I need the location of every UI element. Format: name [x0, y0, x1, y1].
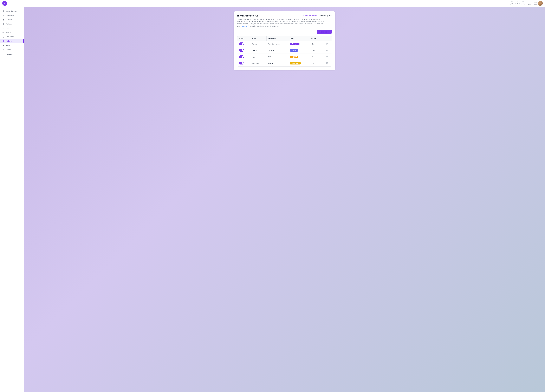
cell-leave-type-3: Holiday — [266, 60, 288, 66]
breadcrumb-sep1: / — [311, 15, 312, 17]
label-badge-0: Managers — [290, 43, 299, 45]
card-header: ENTITLEMENT BY ROLE Dashboard / Add-ons … — [237, 15, 332, 17]
help-button[interactable] — [521, 1, 525, 6]
sidebar-item-reports[interactable]: Reports — [0, 48, 24, 52]
svg-rect-15 — [4, 24, 4, 25]
table-row: SupportPTOSupport1 Day — [237, 54, 332, 60]
svg-rect-14 — [3, 24, 3, 24]
cell-name-0: Managers — [250, 41, 266, 47]
user-name: Jane — [527, 2, 537, 4]
sidebar-item-leave-request[interactable]: Leave Request › — [0, 9, 24, 13]
profile-button[interactable] — [515, 1, 520, 6]
sidebar-item-notification[interactable]: Notification — [0, 35, 24, 39]
delete-button-2[interactable] — [326, 55, 328, 58]
notification-icon — [2, 36, 5, 38]
lightning-icon — [2, 10, 5, 12]
breadcrumb: Dashboard / Add-ons / Entitlement By Rol… — [303, 15, 332, 17]
svg-rect-13 — [4, 23, 4, 24]
sidebar-item-helpdesk[interactable]: Helpdesk — [0, 52, 24, 56]
svg-rect-8 — [3, 19, 4, 20]
toggle-3[interactable] — [239, 62, 244, 65]
th-label: Label — [288, 36, 309, 41]
sidebar-item-dashboard[interactable]: Dashboard — [0, 13, 24, 17]
svg-point-1 — [517, 3, 518, 3]
toggle-0[interactable] — [239, 42, 244, 45]
breadcrumb-sep2: / — [318, 15, 318, 17]
label-badge-3: Sales Team — [290, 62, 300, 65]
dashboard-icon — [2, 14, 5, 16]
th-amount: Amount — [309, 36, 322, 41]
calendar-icon — [2, 19, 5, 21]
wallchart-icon — [2, 23, 5, 25]
delete-button-0[interactable] — [326, 42, 328, 46]
table-body: ManagersWork from homeManagers2 DaysA-Te… — [237, 41, 332, 66]
cell-leave-type-1: Vacation — [266, 47, 288, 54]
import-icon — [2, 44, 5, 46]
header-icons — [510, 1, 525, 6]
cell-active-1 — [237, 47, 250, 54]
content-card: ENTITLEMENT BY ROLE Dashboard / Add-ons … — [234, 11, 335, 70]
table-row: A-TeamVacationA-Team1 Day — [237, 47, 332, 54]
page-title: ENTITLEMENT BY ROLE — [237, 15, 258, 17]
contact-link[interactable]: Contact us — [241, 25, 247, 27]
svg-rect-12 — [3, 23, 3, 24]
th-leave-type: Leave Type — [266, 36, 288, 41]
cell-amount-0: 2 Days — [309, 41, 322, 47]
svg-point-16 — [3, 28, 4, 28]
user-icon — [517, 2, 518, 4]
cell-label-1: A-Team — [288, 47, 309, 54]
mic-button[interactable] — [510, 1, 514, 6]
table-row: Sales TeamHolidaySales Team7 Days — [237, 60, 332, 66]
user-subtitle: Vacation Tracker — [527, 4, 537, 5]
app-body: Leave Request › Dashboard Calendar Wallc… — [0, 7, 545, 392]
chevron-icon: › — [21, 10, 21, 12]
breadcrumb-current: Entitlement By Role — [319, 15, 332, 17]
breadcrumb-addons[interactable]: Add-ons — [312, 15, 317, 17]
delete-button-3[interactable] — [326, 62, 328, 65]
avatar[interactable] — [538, 1, 543, 6]
delete-button-1[interactable] — [326, 49, 328, 52]
toggle-2[interactable] — [239, 55, 244, 58]
cell-name-1: A-Team — [250, 47, 266, 54]
label-badge-2: Support — [290, 55, 298, 58]
main-content: ENTITLEMENT BY ROLE Dashboard / Add-ons … — [24, 7, 545, 392]
cell-leave-type-2: PTO — [266, 54, 288, 60]
entitlement-table: Active Name Leave Type Label Amount Mana… — [237, 36, 332, 66]
toggle-1[interactable] — [239, 49, 244, 52]
sidebar-item-settings[interactable]: Settings — [0, 30, 24, 35]
cell-active-0 — [237, 41, 250, 47]
cell-active-2 — [237, 54, 250, 60]
svg-rect-0 — [512, 3, 512, 4]
sidebar-item-add-ons[interactable]: Add-ons — [0, 39, 24, 43]
sidebar-item-wallchart[interactable]: Wallchart — [0, 22, 24, 26]
cell-delete-1 — [322, 47, 332, 54]
label-badge-1: A-Team — [290, 49, 298, 52]
sidebar: Leave Request › Dashboard Calendar Wallc… — [0, 7, 24, 392]
sidebar-item-user[interactable]: User — [0, 26, 24, 30]
svg-point-17 — [3, 32, 4, 33]
logo[interactable]: V — [2, 1, 7, 6]
breadcrumb-dashboard[interactable]: Dashboard — [303, 15, 311, 17]
sidebar-item-calendar[interactable]: Calendar — [0, 18, 24, 22]
th-name: Name — [250, 36, 266, 41]
svg-marker-3 — [3, 10, 4, 12]
entitlement-table-container: Active Name Leave Type Label Amount Mana… — [237, 36, 332, 66]
header-user[interactable]: Jane Vacation Tracker — [527, 1, 543, 6]
settings-icon — [2, 32, 5, 33]
sidebar-item-import[interactable]: Import — [0, 43, 24, 48]
svg-rect-5 — [4, 15, 4, 15]
logo-icon: V — [2, 1, 7, 6]
cell-active-3 — [237, 60, 250, 66]
cell-label-2: Support — [288, 54, 309, 60]
mic-icon — [511, 2, 513, 4]
cell-leave-type-0: Work from home — [266, 41, 288, 47]
help-icon — [522, 2, 524, 4]
helpdesk-icon — [2, 53, 5, 55]
cell-delete-3 — [322, 60, 332, 66]
create-addon-button[interactable]: Create add-on — [317, 30, 332, 34]
reports-icon — [2, 49, 5, 51]
cell-label-0: Managers — [288, 41, 309, 47]
svg-rect-6 — [3, 15, 3, 16]
svg-point-18 — [3, 41, 4, 41]
cell-name-2: Support — [250, 54, 266, 60]
